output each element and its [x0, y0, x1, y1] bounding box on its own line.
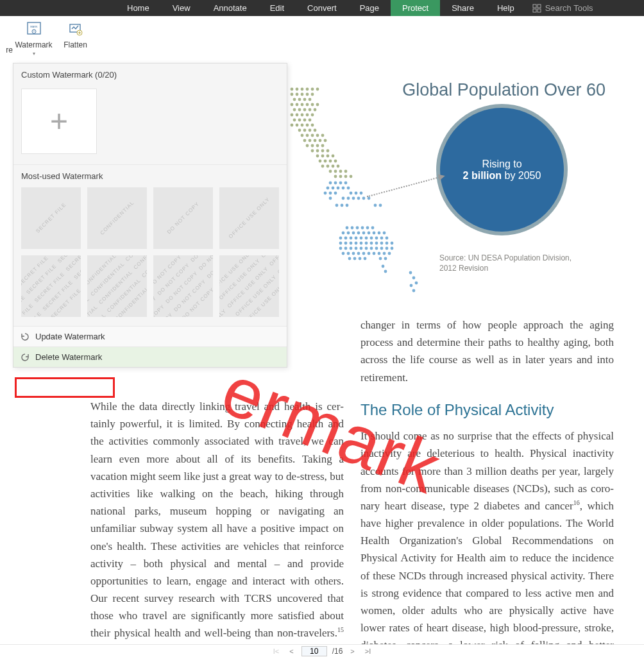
source-text: Source: UN DESA Population Division, 201… [439, 253, 574, 273]
svg-point-89 [344, 175, 348, 178]
watermark-preset[interactable]: SECRET FILE SECRET FILE SECRET FILE SECR… [21, 255, 81, 317]
svg-point-56 [316, 134, 319, 137]
menu-view[interactable]: View [161, 0, 202, 16]
svg-point-111 [362, 197, 366, 200]
page-navigator: I< < /16 > >I [0, 644, 644, 657]
right-column: changer in terms of how people approach … [360, 316, 614, 644]
page-number-input[interactable] [301, 646, 327, 656]
search-tools-placeholder: Search Tools [545, 3, 593, 13]
menu-home[interactable]: Home [115, 0, 161, 16]
svg-point-21 [298, 98, 301, 101]
svg-point-122 [366, 226, 369, 230]
svg-point-116 [374, 204, 377, 207]
svg-point-98 [342, 187, 345, 190]
svg-point-39 [311, 114, 314, 117]
svg-point-60 [314, 139, 317, 142]
svg-point-118 [346, 226, 349, 230]
menu-annotate[interactable]: Annotate [202, 0, 258, 16]
svg-point-95 [326, 187, 330, 190]
svg-rect-3 [538, 9, 541, 12]
menu-edit[interactable]: Edit [258, 0, 296, 16]
watermark-button[interactable]: MARK Watermark ▾ [13, 21, 55, 56]
ribbon-partial-button[interactable]: re [0, 21, 13, 55]
svg-point-48 [311, 124, 314, 127]
update-watermark-button[interactable]: Update Watermark [13, 326, 287, 346]
svg-point-13 [311, 88, 314, 91]
svg-point-139 [370, 237, 373, 240]
svg-point-29 [316, 103, 319, 107]
watermark-preset[interactable]: SECRET FILE [21, 187, 81, 249]
svg-point-130 [373, 232, 376, 235]
svg-point-52 [314, 129, 317, 132]
svg-point-102 [334, 192, 337, 195]
svg-point-170 [368, 252, 371, 255]
watermark-preset[interactable]: OFFICE USE ONLY [219, 187, 279, 249]
svg-point-42 [303, 119, 307, 122]
svg-point-94 [344, 182, 348, 185]
svg-point-166 [347, 252, 350, 255]
svg-point-73 [326, 155, 330, 158]
svg-point-63 [306, 144, 309, 148]
svg-point-17 [301, 93, 304, 96]
svg-point-28 [311, 103, 314, 107]
svg-point-173 [383, 252, 386, 255]
svg-point-81 [332, 165, 335, 168]
svg-point-137 [360, 237, 363, 240]
svg-point-51 [309, 129, 312, 132]
svg-text:MARK: MARK [30, 25, 38, 28]
first-page-icon[interactable]: I< [271, 647, 282, 655]
svg-point-176 [353, 257, 357, 260]
svg-point-22 [303, 98, 307, 101]
circle-line1: Rising to [482, 158, 521, 170]
svg-point-162 [380, 247, 384, 250]
prev-page-icon[interactable]: < [287, 647, 296, 655]
menu-help[interactable]: Help [486, 0, 526, 16]
total-pages: /16 [332, 647, 343, 656]
svg-point-140 [375, 237, 378, 240]
svg-point-154 [339, 247, 343, 250]
svg-point-113 [335, 204, 339, 207]
svg-point-172 [378, 252, 381, 255]
svg-point-129 [368, 232, 371, 235]
last-page-icon[interactable]: >I [362, 647, 373, 655]
next-page-icon[interactable]: > [348, 647, 357, 655]
search-tools[interactable]: Search Tools [532, 3, 593, 13]
watermark-preset[interactable]: CONFIDENTIAL [87, 187, 147, 249]
svg-point-177 [359, 257, 362, 260]
add-watermark-tile[interactable]: + [21, 89, 97, 154]
svg-point-19 [311, 93, 314, 96]
menu-share[interactable]: Share [440, 0, 486, 16]
menu-convert[interactable]: Convert [296, 0, 348, 16]
svg-point-186 [410, 284, 413, 287]
svg-point-43 [309, 119, 312, 122]
svg-point-88 [339, 175, 343, 178]
menu-protect[interactable]: Protect [391, 0, 440, 16]
delete-watermark-button[interactable]: Delete Watermark [13, 346, 287, 367]
svg-point-68 [316, 149, 319, 153]
svg-point-174 [388, 252, 391, 255]
svg-point-158 [360, 247, 363, 250]
svg-point-90 [350, 175, 353, 178]
svg-point-187 [412, 289, 416, 293]
svg-point-149 [370, 242, 373, 245]
svg-point-164 [391, 247, 394, 250]
menu-page[interactable]: Page [348, 0, 391, 16]
svg-point-153 [391, 242, 394, 245]
svg-point-108 [347, 197, 350, 200]
svg-point-156 [350, 247, 353, 250]
svg-point-62 [324, 139, 327, 142]
svg-point-80 [326, 165, 330, 168]
svg-point-58 [303, 139, 307, 142]
svg-point-85 [339, 170, 343, 173]
watermark-preset[interactable]: CONFIDENTIAL CONFIDENTIAL CONFIDENTIAL C… [87, 255, 147, 317]
watermark-preset[interactable]: DO NOT COPY DO NOT COPY DO NOT COPY DO N… [153, 255, 213, 317]
svg-point-55 [311, 134, 314, 137]
svg-point-77 [329, 160, 332, 163]
svg-point-109 [352, 197, 355, 200]
watermark-preset[interactable]: DO NOT COPY [153, 187, 213, 249]
svg-point-120 [356, 226, 359, 230]
watermark-dropdown-caret: ▾ [33, 51, 35, 56]
watermark-preset[interactable]: OFFICE USE ONLY OFFICE USE ONLY OFFICE U… [219, 255, 279, 317]
flatten-button[interactable]: Flatten [55, 21, 96, 49]
svg-point-25 [296, 103, 299, 107]
